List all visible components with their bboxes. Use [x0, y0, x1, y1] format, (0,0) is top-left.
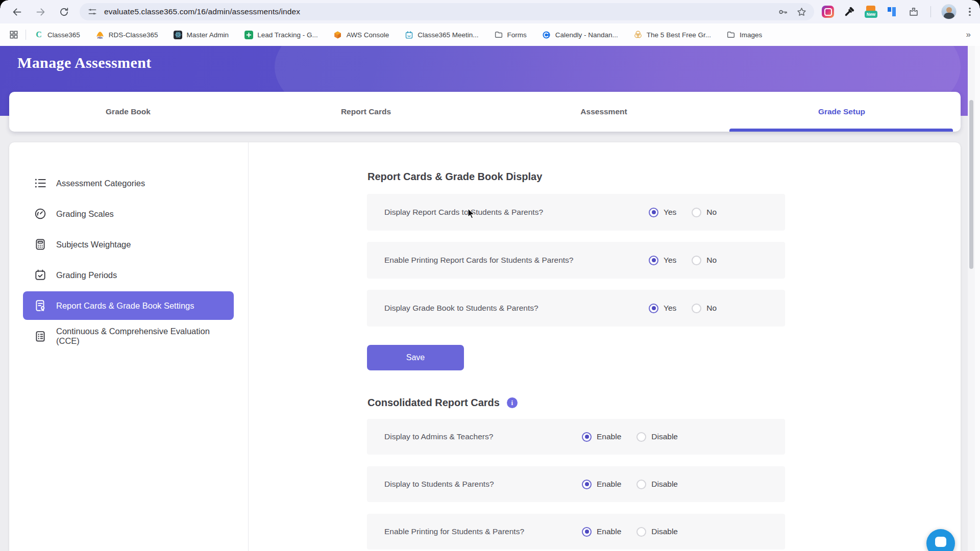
sidebar-item-continuous-comprehensive-evaluation-cce[interactable]: Continuous & Comprehensive Evaluation (C… — [23, 322, 234, 350]
sidebar-item-label: Continuous & Comprehensive Evaluation (C… — [56, 327, 229, 346]
apps-grid-icon[interactable] — [6, 27, 21, 42]
radio-label: Yes — [664, 304, 676, 313]
folder-icon — [726, 30, 736, 39]
profile-avatar[interactable] — [941, 4, 957, 19]
bookmark-label: Classe365 Meetin... — [418, 31, 478, 39]
bookmark-item[interactable]: Images — [726, 30, 762, 39]
clipboard-icon — [34, 330, 47, 343]
radio-selected-enable — [582, 527, 592, 537]
scrollbar-thumb[interactable] — [969, 100, 973, 269]
tab-report-cards[interactable]: Report Cards — [247, 107, 485, 116]
radio-option-yes[interactable]: Yes — [649, 304, 676, 313]
radio-group: YesNo — [649, 304, 717, 313]
tab-grade-book[interactable]: Grade Book — [9, 107, 247, 116]
radio-label: Disable — [651, 480, 678, 489]
sidebar-item-label: Report Cards & Grade Book Settings — [56, 301, 194, 311]
reload-icon — [59, 7, 69, 17]
section-title-text: Consolidated Report Cards — [368, 397, 500, 409]
radio-option-no[interactable]: No — [692, 304, 717, 313]
bookmarks-overflow-chevron[interactable]: » — [966, 30, 971, 40]
radio-option-no[interactable]: No — [692, 208, 717, 217]
bookmark-label: Lead Tracking - G... — [257, 31, 318, 39]
bookmark-item[interactable]: PMARDS-Classe365 — [95, 30, 158, 39]
calendar-teal-icon — [404, 30, 413, 39]
bookmarks-list: CClasse365PMARDS-Classe365Master AdminLe… — [34, 30, 966, 39]
radio-unselected-no — [692, 256, 701, 265]
radio-label: Disable — [651, 432, 678, 441]
classe365-icon: C — [34, 30, 43, 39]
radio-option-yes[interactable]: Yes — [649, 256, 676, 265]
radio-label: No — [706, 256, 717, 265]
bookmark-item[interactable]: Master Admin — [174, 30, 229, 39]
radio-option-yes[interactable]: Yes — [649, 208, 676, 217]
site-info-icon[interactable] — [87, 6, 98, 17]
new-badge-extension-icon[interactable]: New — [864, 5, 877, 18]
password-key-icon[interactable] — [777, 6, 789, 17]
sidebar-item-subjects-weightage[interactable]: Subjects Weightage — [23, 230, 234, 259]
radio-option-enable[interactable]: Enable — [582, 432, 621, 442]
radio-unselected-disable — [636, 432, 646, 442]
radio-option-enable[interactable]: Enable — [582, 480, 621, 489]
back-button[interactable] — [7, 2, 27, 21]
reload-button[interactable] — [54, 2, 74, 21]
tab-grade-setup[interactable]: Grade Setup — [723, 107, 961, 116]
bookmark-item[interactable]: Classe365 Meetin... — [404, 30, 478, 39]
bookmark-item[interactable]: CClasse365 — [34, 30, 80, 39]
eyedropper-extension-icon[interactable] — [843, 5, 856, 18]
bookmark-item[interactable]: Lead Tracking - G... — [244, 30, 318, 39]
setting-row: Display to Students & Parents? EnableDis… — [367, 466, 785, 502]
browser-toolbar: evaluate5.classe365.com/16/admin/assessm… — [0, 0, 980, 23]
radio-option-disable[interactable]: Disable — [636, 432, 678, 442]
radio-group: EnableDisable — [582, 480, 678, 489]
tab-assessment[interactable]: Assessment — [485, 107, 723, 116]
blue-bars-extension-icon[interactable] — [886, 5, 899, 18]
radio-option-no[interactable]: No — [692, 256, 717, 265]
radio-label: Disable — [651, 527, 678, 536]
save-button[interactable]: Save — [367, 345, 464, 370]
consolidated-settings-rows: Display to Admins & Teachers? EnableDisa… — [367, 419, 794, 549]
svg-text:PMA: PMA — [97, 37, 103, 39]
gauge-icon — [34, 207, 47, 220]
radio-option-disable[interactable]: Disable — [636, 480, 678, 489]
chat-bubble-icon — [935, 537, 946, 547]
calculator-icon — [34, 238, 47, 251]
sidebar-item-label: Grading Scales — [56, 209, 114, 219]
back-icon — [12, 7, 22, 17]
sidebar-item-grading-scales[interactable]: Grading Scales — [23, 199, 234, 228]
instagram-extension-icon[interactable] — [821, 5, 835, 18]
sidebar-item-label: Grading Periods — [56, 270, 117, 280]
browser-window: evaluate5.classe365.com/16/admin/assessm… — [0, 0, 980, 551]
bookmarks-divider — [26, 30, 26, 40]
section-title-consolidated: Consolidated Report Cards i — [368, 397, 794, 409]
settings-main: Report Cards & Grade Book Display Displa… — [367, 142, 794, 551]
bookmark-item[interactable]: Forms — [494, 30, 527, 39]
bookmark-star-icon[interactable] — [796, 6, 807, 17]
url-text[interactable]: evaluate5.classe365.com/16/admin/assessm… — [104, 7, 770, 16]
display-settings-rows: Display Report Cards to Students & Paren… — [367, 194, 794, 327]
extensions-puzzle-icon[interactable] — [907, 5, 920, 18]
radio-label: Enable — [597, 480, 621, 489]
address-bar[interactable]: evaluate5.classe365.com/16/admin/assessm… — [80, 3, 814, 20]
bookmark-item[interactable]: Calendly - Nandan... — [542, 30, 618, 39]
radio-selected-enable — [582, 432, 592, 442]
radio-group: EnableDisable — [582, 527, 678, 537]
browser-menu-icon[interactable] — [965, 8, 975, 16]
setting-question: Enable Printing for Students & Parents? — [367, 527, 524, 536]
radio-option-enable[interactable]: Enable — [582, 527, 621, 537]
forward-button[interactable] — [31, 2, 50, 21]
sheets-icon — [244, 30, 253, 39]
radio-label: Enable — [597, 432, 621, 441]
bookmark-item[interactable]: The 5 Best Free Gr... — [633, 30, 711, 39]
sidebar-item-assessment-categories[interactable]: Assessment Categories — [23, 169, 234, 197]
radio-selected-yes — [649, 304, 658, 313]
sidebar-item-grading-periods[interactable]: Grading Periods — [23, 261, 234, 289]
bookmark-label: Images — [740, 31, 762, 39]
radio-unselected-no — [692, 304, 701, 313]
radio-option-disable[interactable]: Disable — [636, 527, 678, 537]
sidebar-item-report-cards-grade-book-settings[interactable]: Report Cards & Grade Book Settings — [23, 291, 234, 320]
info-icon[interactable]: i — [507, 397, 518, 408]
mouse-cursor — [468, 208, 477, 219]
aws-cube-icon — [333, 30, 342, 39]
bookmark-item[interactable]: AWS Console — [333, 30, 389, 39]
section-title-text: Report Cards & Grade Book Display — [368, 171, 542, 183]
